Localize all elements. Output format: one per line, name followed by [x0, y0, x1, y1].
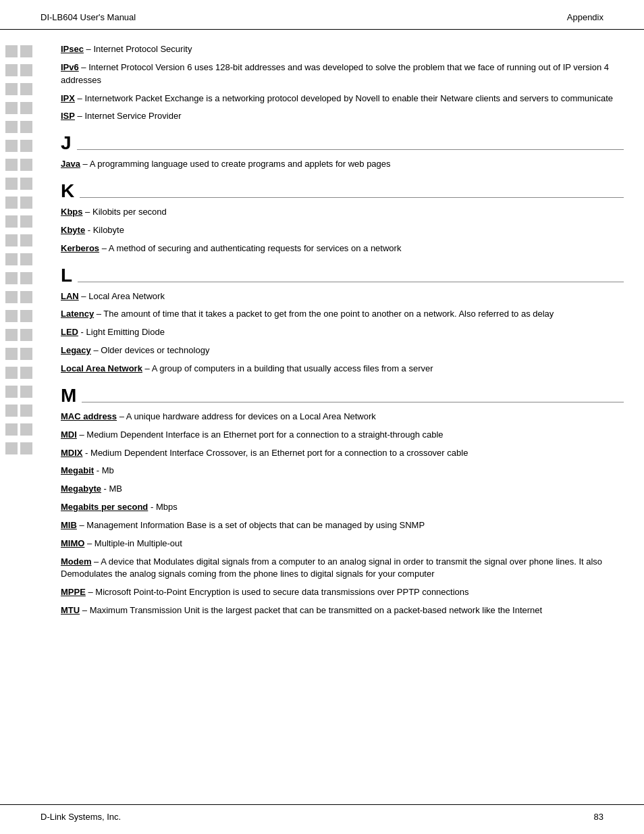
section-divider — [77, 149, 624, 150]
entry-dash: – — [77, 429, 84, 440]
entry-term: Megabit — [61, 465, 94, 475]
glossary-entry: Java – A programming language used to cr… — [61, 158, 624, 171]
entry-dash: - — [78, 327, 84, 337]
sidebar-square — [20, 348, 32, 360]
entry-term: MIB — [61, 520, 77, 530]
sidebar-square — [20, 253, 32, 265]
section-letter: J — [61, 134, 72, 153]
glossary-entry: MPPE – Microsoft Point-to-Point Encrypti… — [61, 586, 624, 599]
entry-dash: – — [86, 587, 93, 597]
glossary-entry: Kbps – Kilobits per second — [61, 206, 624, 219]
sidebar-square — [5, 45, 18, 57]
sidebar-square — [20, 159, 32, 171]
section-header-j: J — [61, 134, 624, 153]
entry-definition: Management Information Base is a set of … — [84, 520, 425, 530]
entry-term: IPsec — [61, 44, 84, 54]
glossary-entry: Local Area Network – A group of computer… — [61, 363, 624, 375]
sidebar-square — [5, 329, 18, 341]
glossary-entry: IPX – Internetwork Packet Exchange is a … — [61, 93, 624, 105]
glossary-entry: Latency – The amount of time that it tak… — [61, 308, 624, 321]
sidebar-square — [5, 272, 18, 284]
entry-dash: - — [101, 484, 107, 494]
entry-dash: – — [77, 520, 84, 530]
sidebar-square — [20, 45, 32, 57]
section-divider — [82, 402, 624, 402]
sidebar-block — [0, 100, 54, 116]
entry-definition: Microsoft Point-to-Point Encryption is u… — [93, 587, 469, 597]
entry-definition: Internet Service Provider — [82, 111, 182, 121]
sidebar-square — [5, 442, 18, 454]
entry-dash: – — [142, 363, 150, 373]
glossary-entry: Kbyte - Kilobyte — [61, 224, 624, 237]
glossary-entry: ISP – Internet Service Provider — [61, 110, 624, 123]
entry-dash: – — [92, 556, 99, 567]
entry-definition: Local Area Network — [86, 291, 165, 301]
sidebar-block — [0, 384, 54, 400]
sidebar-square — [20, 215, 32, 228]
entry-dash: - — [85, 225, 90, 235]
entry-term: Kerberos — [61, 243, 99, 253]
sidebar-block — [0, 43, 54, 59]
section-header-k: K — [61, 182, 624, 201]
entry-term: MTU — [61, 605, 80, 615]
entry-definition: Internet Protocol Version 6 uses 128-bit… — [61, 62, 609, 85]
sidebar-block — [0, 81, 54, 97]
sidebar-square — [20, 102, 32, 114]
entry-term: MDI — [61, 429, 77, 440]
entry-definition: Kilobyte — [90, 225, 124, 235]
sidebar-square — [5, 102, 18, 114]
sidebar-square — [20, 405, 32, 417]
section-letter: L — [61, 266, 72, 285]
sidebar-square — [20, 386, 32, 398]
sidebar-square — [5, 310, 18, 322]
entry-dash: – — [79, 291, 86, 301]
entry-term: Legacy — [61, 345, 91, 355]
sidebar-square — [20, 178, 32, 190]
sidebar-square — [20, 121, 32, 133]
sidebar-square — [5, 121, 18, 133]
entry-term: MIMO — [61, 538, 84, 548]
entry-definition: Medium Dependent Interface Crossover, is… — [88, 448, 468, 458]
entry-term: Java — [61, 159, 80, 169]
glossary-entry: MDIX - Medium Dependent Interface Crosso… — [61, 447, 624, 460]
sidebar-square — [5, 348, 18, 360]
sidebar-square — [20, 197, 32, 209]
entry-definition: A programming language used to create pr… — [88, 159, 391, 169]
section-header-l: L — [61, 266, 624, 285]
sidebar-square — [20, 310, 32, 322]
sidebar-block — [0, 421, 54, 438]
entry-term: MAC address — [61, 411, 117, 421]
sidebar-square — [5, 367, 18, 379]
sidebar-square — [20, 291, 32, 303]
sidebar-square — [5, 83, 18, 95]
sidebar-square — [5, 178, 18, 190]
sidebar-square — [20, 272, 32, 284]
page: DI-LB604 User's Manual Appendix IPsec – … — [0, 0, 644, 834]
sidebar-block — [0, 119, 54, 135]
sidebar-square — [5, 423, 18, 436]
glossary-entry: MIB – Management Information Base is a s… — [61, 519, 624, 532]
header-title-left: DI-LB604 User's Manual — [41, 12, 136, 22]
sidebar-square — [5, 215, 18, 228]
entry-term: Megabyte — [61, 484, 101, 494]
entry-term: Megabits per second — [61, 502, 148, 512]
sidebar-square — [20, 367, 32, 379]
entry-definition: Older devices or technology — [99, 345, 210, 355]
entry-term: Kbyte — [61, 225, 85, 235]
sidebar-square — [5, 291, 18, 303]
entry-term: LAN — [61, 291, 79, 301]
entry-definition: Mb — [99, 465, 114, 475]
sidebar-square — [5, 253, 18, 265]
section-divider — [80, 197, 624, 198]
sidebar-block — [0, 251, 54, 267]
sidebar-block — [0, 289, 54, 305]
entry-dash: – — [75, 111, 82, 121]
entry-dash: – — [117, 411, 124, 421]
entry-definition: Kilobits per second — [90, 207, 166, 217]
entry-definition: Mbps — [153, 502, 177, 512]
left-sidebar — [0, 43, 54, 798]
entry-definition: Maximum Transmission Unit is the largest… — [87, 605, 542, 615]
entry-dash: – — [84, 44, 91, 54]
entry-definition: A group of computers in a building that … — [150, 363, 433, 373]
sidebar-block — [0, 62, 54, 78]
